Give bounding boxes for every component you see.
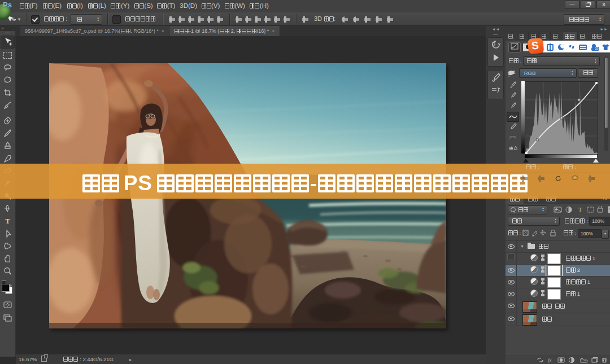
svg-text:fx: fx bbox=[548, 357, 552, 363]
svg-text:T: T bbox=[578, 206, 582, 213]
